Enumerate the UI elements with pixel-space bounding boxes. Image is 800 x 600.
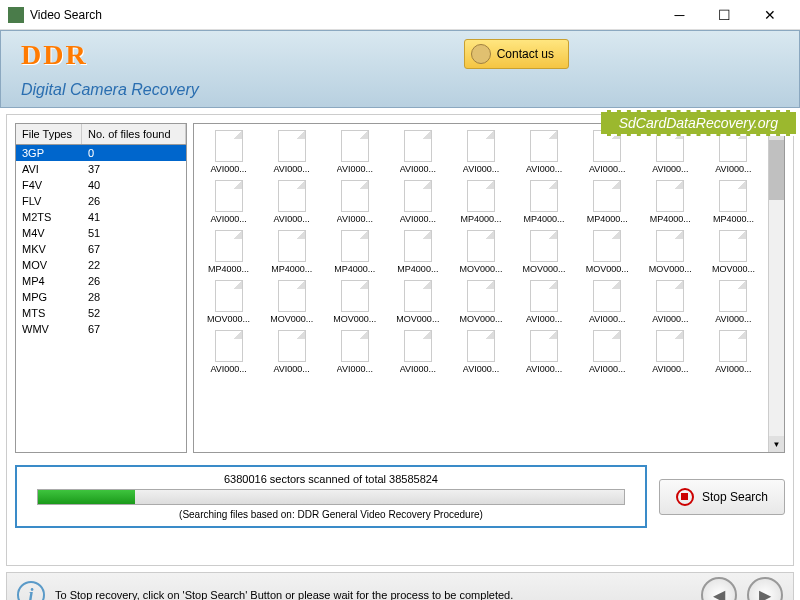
file-icon <box>341 180 369 212</box>
thumbnail-item[interactable]: AVI000... <box>577 328 638 376</box>
contact-avatar-icon <box>471 44 491 64</box>
file-type-count: 41 <box>82 209 186 225</box>
file-types-header: File Types No. of files found <box>16 124 186 145</box>
thumbnail-item[interactable]: AVI000... <box>387 328 448 376</box>
thumbnail-label: MOV000... <box>270 314 313 324</box>
file-icon <box>278 130 306 162</box>
thumbnail-label: MOV000... <box>649 264 692 274</box>
file-type-row[interactable]: M2TS41 <box>16 209 186 225</box>
thumbnail-item[interactable]: AVI000... <box>450 328 511 376</box>
thumbnail-item[interactable]: MP4000... <box>324 228 385 276</box>
thumbnail-item[interactable]: MP4000... <box>450 178 511 226</box>
file-icon <box>467 130 495 162</box>
thumbnail-item[interactable]: MP4000... <box>577 178 638 226</box>
thumbnail-item[interactable]: AVI000... <box>387 178 448 226</box>
thumbnail-item[interactable]: AVI000... <box>324 328 385 376</box>
file-type-row[interactable]: MTS52 <box>16 305 186 321</box>
file-icon <box>719 230 747 262</box>
thumbnail-item[interactable]: MOV000... <box>387 278 448 326</box>
thumbnail-item[interactable]: AVI000... <box>514 128 575 176</box>
thumbnails-scrollbar[interactable]: ▲ ▼ <box>768 124 784 452</box>
minimize-button[interactable]: ─ <box>657 1 702 29</box>
thumbnail-item[interactable]: MP4000... <box>703 178 764 226</box>
thumbnail-item[interactable]: AVI000... <box>640 328 701 376</box>
header-banner: DDR Digital Camera Recovery Contact us <box>0 30 800 108</box>
file-type-count: 52 <box>82 305 186 321</box>
thumbnail-item[interactable]: AVI000... <box>261 178 322 226</box>
file-type-name: F4V <box>16 177 82 193</box>
file-type-row[interactable]: WMV67 <box>16 321 186 337</box>
thumbnail-item[interactable]: MP4000... <box>387 228 448 276</box>
thumbnail-item[interactable]: MOV000... <box>450 228 511 276</box>
stop-search-button[interactable]: Stop Search <box>659 479 785 515</box>
thumbnail-item[interactable]: AVI000... <box>387 128 448 176</box>
file-icon <box>278 180 306 212</box>
file-type-row[interactable]: MOV22 <box>16 257 186 273</box>
thumbnail-label: MOV000... <box>333 314 376 324</box>
progress-text: 6380016 sectors scanned of total 3858582… <box>37 473 625 485</box>
col-file-types[interactable]: File Types <box>16 124 82 144</box>
thumbnail-label: AVI000... <box>210 164 246 174</box>
thumbnail-item[interactable]: MP4000... <box>198 228 259 276</box>
thumbnail-item[interactable]: AVI000... <box>261 328 322 376</box>
maximize-button[interactable]: ☐ <box>702 1 747 29</box>
thumbnail-label: AVI000... <box>273 214 309 224</box>
back-button[interactable]: ◀ <box>701 577 737 600</box>
thumbnail-item[interactable]: MOV000... <box>514 228 575 276</box>
file-icon <box>215 180 243 212</box>
thumbnail-item[interactable]: AVI000... <box>324 178 385 226</box>
file-type-name: MP4 <box>16 273 82 289</box>
file-type-count: 40 <box>82 177 186 193</box>
contact-us-button[interactable]: Contact us <box>464 39 569 69</box>
thumbnail-item[interactable]: AVI000... <box>261 128 322 176</box>
footer-text: To Stop recovery, click on 'Stop Search'… <box>55 589 691 600</box>
thumbnail-item[interactable]: AVI000... <box>198 328 259 376</box>
file-type-row[interactable]: MPG28 <box>16 289 186 305</box>
thumbnail-item[interactable]: AVI000... <box>198 128 259 176</box>
scroll-thumb[interactable] <box>769 140 784 200</box>
thumbnail-item[interactable]: MOV000... <box>703 228 764 276</box>
titlebar: Video Search ─ ☐ ✕ <box>0 0 800 30</box>
file-type-row[interactable]: F4V40 <box>16 177 186 193</box>
thumbnail-item[interactable]: AVI000... <box>703 278 764 326</box>
thumbnail-item[interactable]: AVI000... <box>577 278 638 326</box>
file-icon <box>530 130 558 162</box>
thumbnail-label: MP4000... <box>650 214 691 224</box>
file-type-row[interactable]: 3GP0 <box>16 145 186 161</box>
main-panel: File Types No. of files found 3GP0AVI37F… <box>6 114 794 566</box>
file-type-row[interactable]: MKV67 <box>16 241 186 257</box>
thumbnail-item[interactable]: MOV000... <box>261 278 322 326</box>
thumbnail-item[interactable]: AVI000... <box>514 278 575 326</box>
thumbnail-label: AVI000... <box>715 164 751 174</box>
thumbnail-item[interactable]: MP4000... <box>640 178 701 226</box>
file-icon <box>278 230 306 262</box>
file-icon <box>467 280 495 312</box>
app-icon <box>8 7 24 23</box>
thumbnail-item[interactable]: AVI000... <box>450 128 511 176</box>
thumbnail-item[interactable]: AVI000... <box>324 128 385 176</box>
thumbnail-item[interactable]: MP4000... <box>514 178 575 226</box>
col-count[interactable]: No. of files found <box>82 124 186 144</box>
thumbnail-item[interactable]: AVI000... <box>198 178 259 226</box>
close-button[interactable]: ✕ <box>747 1 792 29</box>
file-type-row[interactable]: AVI37 <box>16 161 186 177</box>
file-icon <box>404 230 432 262</box>
thumbnail-item[interactable]: MOV000... <box>450 278 511 326</box>
file-type-row[interactable]: MP426 <box>16 273 186 289</box>
thumbnail-item[interactable]: MOV000... <box>198 278 259 326</box>
thumbnail-item[interactable]: MOV000... <box>324 278 385 326</box>
file-type-row[interactable]: FLV26 <box>16 193 186 209</box>
forward-button[interactable]: ▶ <box>747 577 783 600</box>
scroll-down-icon[interactable]: ▼ <box>769 436 784 452</box>
file-type-row[interactable]: M4V51 <box>16 225 186 241</box>
thumbnail-item[interactable]: MOV000... <box>577 228 638 276</box>
thumbnail-item[interactable]: MOV000... <box>640 228 701 276</box>
url-ribbon: SdCardDataRecovery.org <box>601 110 796 136</box>
file-icon <box>530 280 558 312</box>
thumbnail-label: AVI000... <box>652 364 688 374</box>
thumbnail-label: MP4000... <box>524 214 565 224</box>
thumbnail-item[interactable]: MP4000... <box>261 228 322 276</box>
thumbnail-item[interactable]: AVI000... <box>640 278 701 326</box>
thumbnail-item[interactable]: AVI000... <box>514 328 575 376</box>
thumbnail-item[interactable]: AVI000... <box>703 328 764 376</box>
